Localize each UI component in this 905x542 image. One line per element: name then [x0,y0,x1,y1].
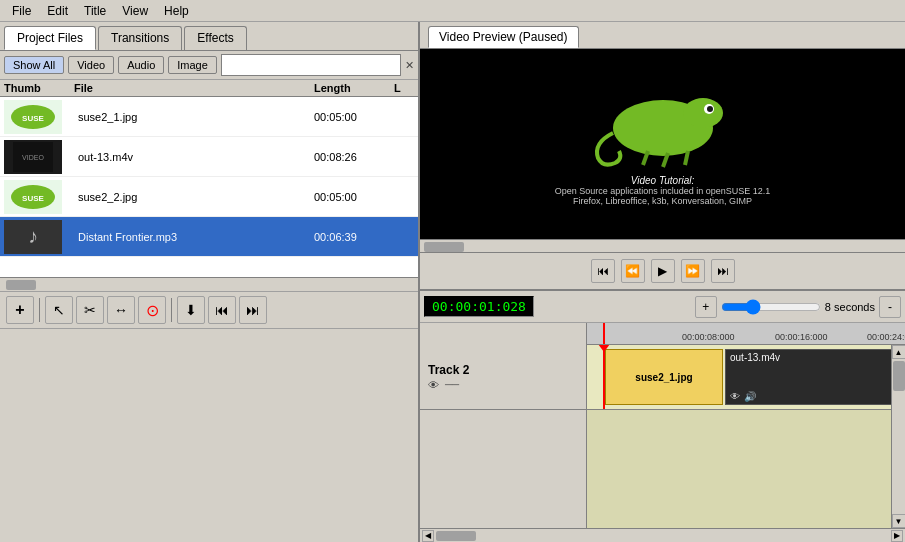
file-name-1: suse2_1.jpg [74,111,314,123]
timeline-ruler: 00:00:08:000 00:00:16:000 00:00:24:000 0… [587,323,905,345]
hscroll-thumb[interactable] [436,531,476,541]
search-input[interactable] [221,54,401,76]
zoom-out-button[interactable]: - [879,296,901,318]
ruler-mark-3: 00:00:24:000 [867,332,905,342]
preview-rewind-button[interactable]: ⏪ [621,259,645,283]
opensuse-logo-svg: openSUSE [573,83,753,173]
menu-view[interactable]: View [114,2,156,20]
tab-project-files[interactable]: Project Files [4,26,96,50]
menu-help[interactable]: Help [156,2,197,20]
zoom-in-button[interactable]: + [695,296,717,318]
clip-out13-icons: 👁 🔊 [730,391,891,402]
playhead-marker [603,323,605,344]
col-file: File [74,82,314,94]
track-playhead [603,345,605,409]
zoom-slider[interactable] [721,303,821,311]
thumb-video: VIDEO [4,140,62,174]
track-2-icons: 👁 ── [428,379,578,391]
col-l: L [394,82,414,94]
vscroll-down-button[interactable]: ▼ [892,514,906,528]
timeline-tracks: Track 2 👁 ── [420,345,891,528]
svg-text:SUSE: SUSE [22,114,44,123]
file-name-4: Distant Frontier.mp3 [74,231,314,243]
video-filter-button[interactable]: Video [68,56,114,74]
clip-suse2-1-label: suse2_1.jpg [635,372,692,383]
file-name-2: out-13.m4v [74,151,314,163]
image-filter-button[interactable]: Image [168,56,217,74]
clip-out13[interactable]: out-13.m4v 👁 🔊 [725,349,891,405]
time-display: 00:00:01:028 [424,296,534,317]
zoom-label: 8 seconds [825,301,875,313]
preview-forward-button[interactable]: ⏩ [681,259,705,283]
thumb-suse1: SUSE [4,100,62,134]
add-button[interactable]: + [6,296,34,324]
timeline-hscroll[interactable]: ◀ ▶ [420,528,905,542]
clip-eye-icon: 👁 [730,391,740,402]
hscroll-right-btn[interactable]: ▶ [891,530,903,542]
empty-track-area [420,410,891,528]
file-row[interactable]: SUSE suse2_1.jpg 00:05:00 [0,97,418,137]
track-eye-icon[interactable]: 👁 [428,379,439,391]
video-main-area: openSUSE Video Tutorial: Open Source app… [475,49,850,239]
vscroll-up-button[interactable]: ▲ [892,345,906,359]
menubar: File Edit Title View Help [0,0,905,22]
svg-text:SUSE: SUSE [22,194,44,203]
col-thumb: Thumb [4,82,74,94]
menu-edit[interactable]: Edit [39,2,76,20]
left-panel: Project Files Transitions Effects Show A… [0,22,420,542]
video-area: openSUSE Video Tutorial: Open Source app… [420,49,905,239]
ruler-mark-1: 00:00:08:000 [682,332,735,342]
track-mute-icon[interactable]: ── [445,379,459,391]
right-panel: Video Preview (Paused) [420,22,905,542]
show-all-button[interactable]: Show All [4,56,64,74]
jump-end-button[interactable]: ⏭ [239,296,267,324]
svg-point-7 [683,98,723,128]
file-length-4: 00:06:39 [314,231,394,243]
clip-suse2-1[interactable]: suse2_1.jpg [605,349,723,405]
select-tool-button[interactable]: ↖ [45,296,73,324]
thumb-audio: ♪ [4,220,62,254]
tab-bar: Project Files Transitions Effects [0,22,418,51]
preview-skip-back-button[interactable]: ⏮ [591,259,615,283]
file-length-2: 00:08:26 [314,151,394,163]
tool-separator-1 [39,298,40,322]
tab-transitions[interactable]: Transitions [98,26,182,50]
hscroll-left-btn[interactable]: ◀ [422,530,434,542]
file-row[interactable]: SUSE suse2_2.jpg 00:05:00 [0,177,418,217]
preview-play-button[interactable]: ▶ [651,259,675,283]
cut-tool-button[interactable]: ✂ [76,296,104,324]
svg-line-12 [685,151,688,165]
snap-button[interactable]: ⊙ [138,296,166,324]
file-list-hscroll[interactable] [0,277,418,291]
video-preview-tab[interactable]: Video Preview (Paused) [428,26,579,48]
track-2-label: Track 2 👁 ── [420,345,587,409]
menu-file[interactable]: File [4,2,39,20]
preview-skip-forward-button[interactable]: ⏭ [711,259,735,283]
file-row-selected[interactable]: ♪ Distant Frontier.mp3 00:06:39 [0,217,418,257]
ruler-mark-2: 00:00:16:000 [775,332,828,342]
track-2-name: Track 2 [428,363,578,377]
file-length-1: 00:05:00 [314,111,394,123]
svg-point-9 [707,106,713,112]
vscroll-bar[interactable]: ▲ ▼ [891,345,905,528]
file-list: SUSE suse2_1.jpg 00:05:00 VIDEO [0,97,418,277]
split-down-button[interactable]: ⬇ [177,296,205,324]
tab-effects[interactable]: Effects [184,26,246,50]
preview-controls: ⏮ ⏪ ▶ ⏩ ⏭ [420,253,905,289]
jump-start-button[interactable]: ⏮ [208,296,236,324]
clear-search-button[interactable]: ✕ [405,59,414,72]
audio-filter-button[interactable]: Audio [118,56,164,74]
preview-scrollbar[interactable] [420,239,905,253]
file-length-3: 00:05:00 [314,191,394,203]
vscroll-thumb[interactable] [893,361,905,391]
file-row[interactable]: VIDEO out-13.m4v 00:08:26 [0,137,418,177]
timeline-area: 00:00:01:028 + 8 seconds - 00:00:08:000 … [420,289,905,542]
svg-text:VIDEO: VIDEO [22,154,44,161]
move-tool-button[interactable]: ↔ [107,296,135,324]
thumb-suse2: SUSE [4,180,62,214]
clip-audio-icon: 🔊 [744,391,756,402]
track-2-content: suse2_1.jpg out-13.m4v 👁 🔊 [587,345,891,409]
tool-separator-2 [171,298,172,322]
file-name-3: suse2_2.jpg [74,191,314,203]
menu-title[interactable]: Title [76,2,114,20]
